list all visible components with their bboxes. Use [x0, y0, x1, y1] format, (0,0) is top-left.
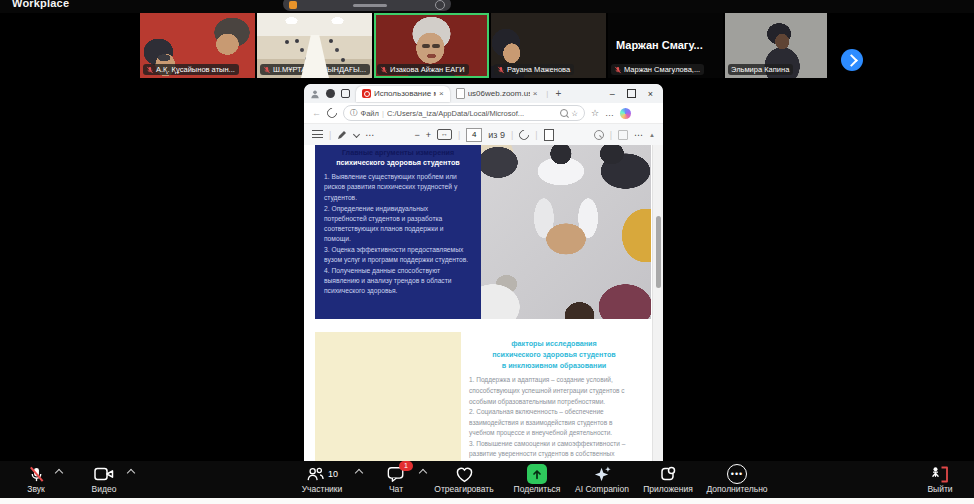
participant-name: А.Қ. Құсайынов атын...	[156, 65, 235, 74]
zoom-in-button[interactable]: +	[426, 130, 431, 140]
rotate-page-icon[interactable]	[517, 127, 531, 141]
browser-menu-icon[interactable]: …	[605, 108, 614, 118]
toolbar-separator: |	[535, 130, 537, 140]
participants-icon	[306, 466, 325, 482]
leave-label: Выйти	[927, 484, 952, 494]
more-button[interactable]: ••• Дополнительно	[695, 465, 779, 494]
slide2-text-panel: факторы исследования психического здоров…	[461, 332, 651, 461]
tab-zoom-site[interactable]: us06web.zoom.us/ ×	[450, 86, 544, 102]
tab-title: us06web.zoom.us/	[468, 89, 530, 98]
apps-label: Приложения	[643, 484, 693, 494]
leave-meeting-button[interactable]: Выйти	[912, 465, 968, 494]
search-icon[interactable]	[594, 130, 604, 140]
slide1-text-panel: Главные аргументы измерения психического…	[315, 145, 481, 319]
participant-name-pill: Изакова Айжан ЕАГИ	[377, 64, 469, 75]
new-tab-button[interactable]: +	[555, 88, 561, 99]
zoom-meeting-window: { "window": { "workplace_label": "Workpl…	[0, 0, 974, 504]
annotate-more-icon[interactable]: ⋯	[365, 130, 374, 140]
participant-video[interactable]: А.Қ. Құсайынов атын...	[140, 13, 255, 78]
window-controls: – ×	[610, 89, 657, 99]
scroll-up-icon[interactable]: ▲	[649, 132, 655, 138]
slide2-item: 2. Социальная включенность – обеспечение…	[469, 407, 639, 439]
audio-button[interactable]: Звук	[12, 465, 60, 494]
info-icon[interactable]: ⓘ	[350, 108, 358, 118]
copilot-icon[interactable]	[620, 108, 631, 119]
ai-companion-button[interactable]: AI Companion	[564, 465, 640, 494]
video-options-chevron[interactable]	[127, 469, 135, 477]
address-field[interactable]: ⓘ Файл | C:/Users/a_iza/AppData/Local/Mi…	[343, 105, 585, 121]
workplace-label: Workplace	[12, 0, 69, 9]
toolbar-separator: |	[458, 130, 460, 140]
mic-muted-icon	[146, 66, 154, 74]
pdf-scrollbar-thumb[interactable]	[656, 216, 661, 288]
profile-icon[interactable]	[310, 89, 320, 99]
close-button[interactable]: ×	[648, 89, 653, 99]
participants-options-chevron[interactable]	[355, 469, 363, 477]
participant-name: Маржан Смагулова,...	[624, 65, 700, 74]
zoom-out-button[interactable]: −	[414, 130, 419, 140]
toolbar-separator: |	[610, 130, 612, 140]
address-path: C:/Users/a_iza/AppData/Local/Microsof...	[387, 109, 557, 118]
page-layout-icon[interactable]	[544, 129, 554, 141]
tab-close-icon[interactable]: ×	[533, 89, 538, 98]
pdf-scrollbar[interactable]	[652, 145, 663, 461]
tab-close-icon[interactable]: ×	[439, 89, 444, 98]
participants-button[interactable]: 10 Участники	[288, 465, 356, 494]
back-icon[interactable]: ←	[312, 108, 321, 118]
participant-display-name: Маржан Смагу...	[616, 39, 703, 51]
zoom-page-icon[interactable]	[560, 109, 568, 117]
toolbar-separator: |	[511, 130, 513, 140]
slide2-item: 3. Повышение самооценки и самоэффективно…	[469, 439, 639, 461]
video-button[interactable]: Видео	[80, 465, 128, 494]
participant-video[interactable]: Ш.МҰРТАЗА АТЫНДАҒЫ...	[257, 13, 372, 78]
favorites-icon[interactable]: ☆	[591, 108, 599, 118]
participant-video-no-camera[interactable]: Маржан Смагу... Маржан Смагулова,...	[608, 13, 723, 78]
page-number-input[interactable]: 4	[466, 128, 482, 142]
participant-video-active-speaker[interactable]: Изакова Айжан ЕАГИ	[374, 13, 489, 78]
fit-width-icon[interactable]: ↔	[437, 129, 452, 140]
pdf-content-area[interactable]: Главные аргументы измерения психического…	[304, 145, 663, 461]
slide2-corkboard-photo	[315, 332, 461, 461]
reload-icon[interactable]	[325, 106, 339, 120]
tab-pdf-document[interactable]: Использование ме ×	[356, 86, 450, 102]
slide2-heading-line1: факторы исследования	[469, 338, 639, 349]
chat-button[interactable]: 1 Чат	[374, 465, 418, 494]
share-screen-icon	[527, 464, 547, 484]
maximize-button[interactable]	[627, 89, 636, 98]
participant-name-pill: Маржан Смагулова,...	[611, 64, 704, 75]
minimize-button[interactable]: –	[610, 89, 615, 99]
more-ellipsis-icon: •••	[727, 464, 747, 484]
address-separator: |	[382, 109, 384, 118]
participant-video[interactable]: Рауана Маженова	[491, 13, 606, 78]
slide1-team-photo	[481, 145, 651, 319]
bookmark-star-icon[interactable]: ☆	[571, 109, 578, 118]
participants-count: 10	[328, 469, 338, 479]
participant-name: Ш.МҰРТАЗА АТЫНДАҒЫ...	[273, 65, 366, 74]
browser-logo-icon[interactable]	[326, 89, 335, 98]
slide1-item: 1. Выявление существующих проблем или ри…	[324, 172, 472, 202]
mic-muted-icon	[28, 465, 45, 483]
participant-video[interactable]: Эльмира Капина	[725, 13, 827, 78]
participant-name-pill: Эльмира Капина	[728, 64, 793, 75]
table-of-contents-icon[interactable]	[312, 130, 323, 139]
reactions-button[interactable]: Отреагировать	[424, 465, 504, 494]
pen-dropdown-icon[interactable]	[353, 131, 360, 138]
slide2-item: 1. Поддержка и адаптация – создание усло…	[469, 375, 639, 407]
sparkle-icon	[593, 465, 612, 483]
workspaces-icon[interactable]	[341, 89, 350, 98]
slide1-item: 4. Полученные данные способствуют выявле…	[324, 266, 472, 296]
top-title-bar: Workplace	[0, 0, 974, 13]
pdf-slide-1: Главные аргументы измерения психического…	[315, 145, 651, 319]
next-participants-button[interactable]	[841, 49, 863, 71]
heart-icon	[455, 465, 474, 483]
participant-name-pill: А.Қ. Құсайынов атын...	[143, 64, 239, 75]
browser-tab-bar: Использование ме × us06web.zoom.us/ × | …	[304, 84, 663, 103]
pill-circle-icon	[435, 0, 445, 10]
save-icon[interactable]	[618, 130, 628, 140]
ai-companion-label: AI Companion	[575, 484, 629, 494]
pdf-more-icon[interactable]: ⋯	[634, 130, 643, 140]
reactions-label: Отреагировать	[434, 484, 493, 494]
draw-pen-icon[interactable]	[337, 130, 347, 140]
floating-controls-pill[interactable]	[283, 0, 451, 11]
participant-name: Эльмира Капина	[731, 65, 789, 74]
